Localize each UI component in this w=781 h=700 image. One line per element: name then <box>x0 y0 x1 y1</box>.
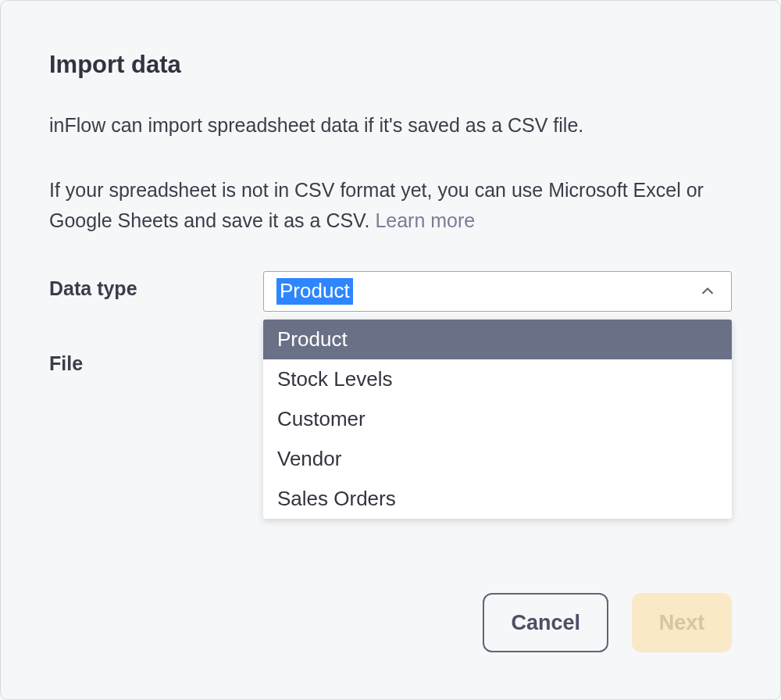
dialog-title: Import data <box>49 51 732 79</box>
dialog-description-1: inFlow can import spreadsheet data if it… <box>49 110 732 141</box>
next-button: Next <box>632 593 732 652</box>
dialog-footer: Cancel Next <box>483 593 732 652</box>
import-data-dialog: Import data inFlow can import spreadshee… <box>0 0 781 700</box>
dropdown-option-vendor[interactable]: Vendor <box>263 439 732 479</box>
data-type-row: Data type Product Product Stock Levels C… <box>49 271 732 312</box>
data-type-select-wrap: Product Product Stock Levels Customer Ve… <box>263 271 732 312</box>
data-type-select[interactable]: Product <box>263 271 732 312</box>
cancel-button[interactable]: Cancel <box>483 593 608 652</box>
dropdown-option-customer[interactable]: Customer <box>263 399 732 439</box>
data-type-label: Data type <box>49 271 263 300</box>
dropdown-option-sales-orders[interactable]: Sales Orders <box>263 479 732 519</box>
data-type-dropdown: Product Stock Levels Customer Vendor Sal… <box>263 320 732 519</box>
dropdown-option-stock-levels[interactable]: Stock Levels <box>263 359 732 399</box>
dropdown-option-product[interactable]: Product <box>263 320 732 359</box>
data-type-selected-value: Product <box>276 278 353 305</box>
chevron-up-icon <box>697 280 719 302</box>
dialog-description-2: If your spreadsheet is not in CSV format… <box>49 175 732 236</box>
learn-more-link[interactable]: Learn more <box>375 209 475 231</box>
file-label: File <box>49 346 263 375</box>
